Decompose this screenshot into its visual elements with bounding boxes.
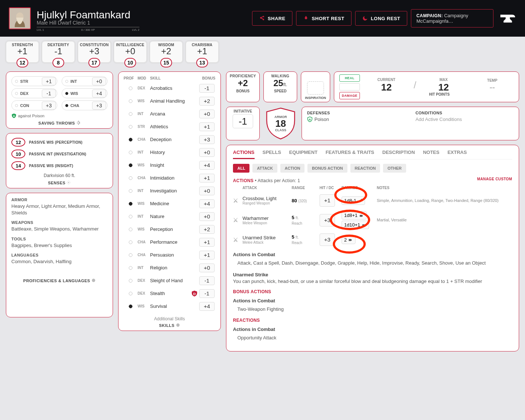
skill-bonus[interactable]: -1 (199, 289, 215, 298)
filter-bonus action[interactable]: BONUS ACTION (307, 164, 347, 173)
skill-bonus[interactable]: +1 (199, 174, 215, 183)
attack-row[interactable]: ⚔ Unarmed StrikeMelee Attack 5 ft.Reach … (233, 231, 512, 248)
skill-row[interactable]: INT Nature +0 (124, 210, 215, 223)
skill-row[interactable]: CHA Deception +3 (124, 133, 215, 146)
inspiration-toggle[interactable]: INSPIRATION (301, 71, 330, 102)
skill-row[interactable]: DEX Sleight of Hand -1 (124, 274, 215, 287)
share-button[interactable]: SHARE (252, 11, 292, 26)
skill-row[interactable]: STR Athletics +1 (124, 120, 215, 133)
skill-bonus[interactable]: +3 (199, 135, 215, 144)
skill-bonus[interactable]: +0 (199, 148, 215, 157)
skill-row[interactable]: DEX Acrobatics -1 (124, 82, 215, 95)
filter-action[interactable]: ACTION (280, 164, 305, 173)
campaign-button[interactable]: CAMPAIGN: Campaigny McCampaignfa… (411, 9, 493, 27)
anvil-logo-icon[interactable] (499, 12, 516, 25)
skill-row[interactable]: CHA Persuasion +1 (124, 248, 215, 261)
damage-roll[interactable]: 1d10+1 (342, 221, 369, 229)
skill-row[interactable]: INT Arcana +0 (124, 107, 215, 120)
filter-all[interactable]: ALL (233, 164, 249, 173)
skill-row[interactable]: WIS Perception +2 (124, 223, 215, 236)
skill-bonus[interactable]: +1 (199, 122, 215, 131)
armor-class-shield[interactable]: ARMOR 18 CLASS (264, 107, 297, 140)
skill-row[interactable]: DEX Stealth D -1 (124, 287, 215, 300)
ability-strength[interactable]: STRENGTH +1 12 (6, 41, 39, 63)
gear-icon[interactable] (176, 323, 180, 327)
gear-icon[interactable] (76, 121, 80, 125)
initiative-box[interactable]: INITIATIVE -1 (226, 107, 260, 140)
to-hit-roll[interactable]: +3 (320, 233, 335, 246)
attack-row[interactable]: ⚔ WarhammerMelee Weapon 5 ft.Reach +3 1d… (233, 209, 512, 231)
ability-intelligence[interactable]: INTELLIGENCE +0 10 (114, 41, 147, 63)
xp-bar[interactable]: LVL 1 0 / 300 XP LVL 2 (37, 27, 139, 27)
skill-row[interactable]: CHA Intimidation +1 (124, 172, 215, 184)
skill-bonus[interactable]: +0 (199, 264, 215, 272)
filter-reaction[interactable]: REACTION (350, 164, 380, 173)
skill-row[interactable]: CHA Performance +1 (124, 236, 215, 248)
tab-notes[interactable]: NOTES (423, 150, 440, 159)
skill-row[interactable]: INT Religion +0 (124, 261, 215, 274)
save-cha[interactable]: CHA +3 (62, 100, 107, 110)
manage-custom-link[interactable]: MANAGE CUSTOM (477, 177, 512, 181)
damage-roll[interactable]: 1d8-1 (342, 196, 365, 205)
skill-row[interactable]: WIS Insight +4 (124, 159, 215, 172)
senses-panel: 12 PASSIVE WIS (PERCEPTION) 10 PASSIVE I… (6, 133, 113, 188)
defenses-section[interactable]: DEFENSES RPoison (302, 107, 411, 140)
ability-charisma[interactable]: CHARISMA +1 13 (186, 41, 219, 63)
character-avatar[interactable] (9, 7, 31, 29)
save-con[interactable]: CON +3 (11, 100, 57, 110)
skill-bonus[interactable]: -1 (199, 276, 215, 285)
filter-attack[interactable]: ATTACK (252, 164, 277, 173)
heal-button[interactable]: HEAL (339, 74, 360, 82)
skill-row[interactable]: WIS Medicine +4 (124, 197, 215, 210)
tab-spells[interactable]: SPELLS (263, 150, 281, 159)
skill-bonus[interactable]: -1 (199, 84, 215, 93)
attack-row[interactable]: ⚔ Crossbow, LightRanged Weapon 80 (320) … (233, 192, 512, 209)
hp-temp[interactable]: -- (471, 82, 514, 92)
damage-roll[interactable]: 2 (342, 236, 356, 244)
damage-roll[interactable]: 1d8+1 (342, 211, 367, 220)
skill-row[interactable]: WIS Animal Handling +2 (124, 95, 215, 107)
damage-button[interactable]: DAMAGE (339, 92, 360, 99)
tab-equipment[interactable]: EQUIPMENT (289, 150, 317, 159)
skill-bonus[interactable]: +2 (199, 97, 215, 106)
proficiency-bonus-box[interactable]: PROFICIENCY +2 BONUS (226, 71, 260, 102)
speed-box[interactable]: WALKING 25ft. SPEED (263, 71, 297, 102)
tab-actions[interactable]: ACTIONS (233, 150, 255, 159)
gear-icon[interactable] (91, 278, 96, 283)
skill-bonus[interactable]: +0 (199, 110, 215, 118)
save-int[interactable]: INT +0 (62, 76, 107, 86)
hp-amount-input[interactable] (339, 83, 360, 91)
tab-extras[interactable]: EXTRAS (448, 150, 467, 159)
to-hit-roll[interactable]: +1 (320, 194, 335, 207)
conditions-section[interactable]: CONDITIONS Add Active Conditions (411, 107, 519, 140)
skill-bonus[interactable]: +1 (199, 238, 215, 247)
tab-features-traits[interactable]: FEATURES & TRAITS (325, 150, 374, 159)
skill-bonus[interactable]: +0 (199, 212, 215, 221)
hp-max[interactable]: 12 (422, 82, 465, 93)
skill-bonus[interactable]: +4 (199, 199, 215, 208)
long-rest-button[interactable]: LONG REST (355, 11, 407, 26)
short-rest-button[interactable]: SHORT REST (296, 11, 351, 26)
to-hit-roll[interactable]: +3 (320, 214, 335, 226)
skill-bonus[interactable]: +0 (199, 187, 215, 195)
hp-current[interactable]: 12 (365, 82, 408, 93)
save-dex[interactable]: DEX -1 (11, 88, 57, 98)
skill-bonus[interactable]: +4 (199, 161, 215, 170)
ability-wisdom[interactable]: WISDOM +2 15 (150, 41, 183, 63)
additional-skills-link[interactable]: Additional Skills (124, 316, 215, 321)
skill-bonus[interactable]: +4 (199, 302, 215, 311)
proficiency-dot (129, 240, 132, 244)
character-name[interactable]: Hjulkyl Foamtankard (37, 9, 139, 21)
save-wis[interactable]: WIS +4 (62, 88, 107, 98)
skill-row[interactable]: INT History +0 (124, 146, 215, 159)
skill-bonus[interactable]: +1 (199, 251, 215, 259)
ability-dexterity[interactable]: DEXTERITY -1 8 (42, 41, 75, 63)
skill-bonus[interactable]: +2 (199, 225, 215, 234)
ability-constitution[interactable]: CONSTITUTION +3 17 (78, 41, 111, 63)
filter-other[interactable]: OTHER (383, 164, 406, 173)
skill-row[interactable]: WIS Survival +4 (124, 300, 215, 313)
tab-description[interactable]: DESCRIPTION (382, 150, 415, 159)
gear-icon[interactable] (66, 180, 71, 185)
skill-row[interactable]: INT Investigation +0 (124, 184, 215, 197)
save-str[interactable]: STR +1 (11, 76, 57, 86)
